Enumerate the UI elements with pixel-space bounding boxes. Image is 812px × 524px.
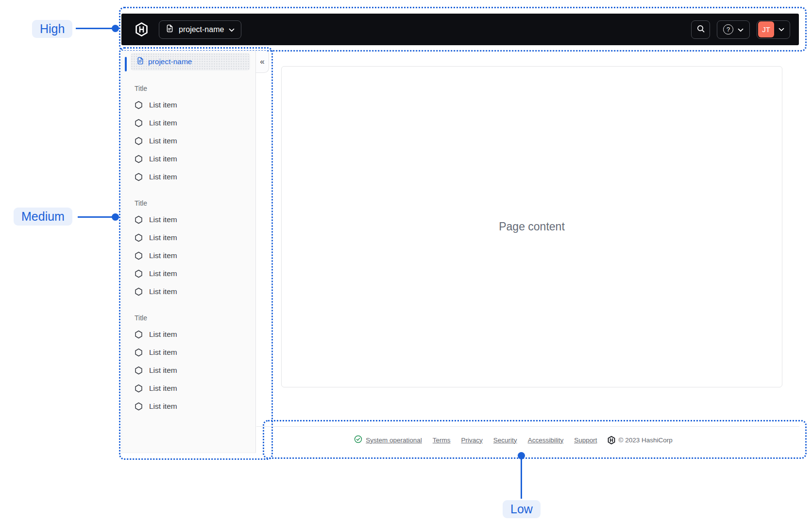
sidebar-item-label: List item — [149, 402, 177, 411]
sidebar-list-item[interactable]: List item — [122, 114, 255, 132]
high-connector-dot — [112, 25, 119, 32]
sidebar-item-label: List item — [149, 366, 177, 375]
high-connector-line — [76, 28, 115, 29]
collapse-icon: « — [260, 57, 264, 67]
hexagon-icon — [135, 137, 143, 145]
sidebar-list-item[interactable]: List item — [122, 379, 255, 397]
sidebar-item-label: List item — [149, 348, 177, 357]
sidebar-item-label: List item — [149, 269, 177, 278]
sidebar-item-label: List item — [149, 137, 177, 145]
sidebar-item-label: List item — [149, 251, 177, 260]
project-switcher-label: project-name — [179, 25, 224, 34]
sidebar-list-item[interactable]: List item — [122, 282, 255, 300]
sidebar-list-item[interactable]: List item — [122, 210, 255, 228]
hexagon-icon — [135, 233, 143, 242]
sidebar-item-label: List item — [149, 330, 177, 339]
footer-copyright: © 2023 HashiCorp — [608, 436, 672, 444]
sidebar-item-label: List item — [149, 173, 177, 181]
user-avatar: JT — [758, 21, 774, 37]
priority-label-high: High — [32, 20, 72, 38]
footer-link-accessibility[interactable]: Accessibility — [528, 437, 564, 444]
sidebar-list-item[interactable]: List item — [122, 168, 255, 186]
sidebar-section: Title List item List item List item List… — [122, 199, 255, 300]
system-status-label: System operational — [366, 437, 422, 444]
sidebar-item-label: List item — [149, 233, 177, 242]
sidebar-section-title: Title — [122, 199, 255, 208]
sidebar-list-item[interactable]: List item — [122, 325, 255, 343]
side-navigation: project-name Title List item List item L… — [121, 51, 256, 453]
search-button[interactable] — [691, 20, 710, 39]
sidebar-project-label: project-name — [148, 57, 192, 66]
low-connector-dot — [518, 452, 525, 459]
sidebar-list-item[interactable]: List item — [122, 132, 255, 150]
sidebar-collapse-button[interactable]: « — [256, 51, 269, 73]
sidebar-section: Title List item List item List item List… — [122, 314, 255, 415]
check-circle-icon — [354, 435, 362, 445]
medium-connector-dot — [112, 213, 119, 221]
active-indicator — [125, 57, 127, 71]
sidebar-section-title: Title — [122, 84, 255, 93]
low-connector-line — [521, 459, 522, 499]
main-content-area: Page content — [281, 66, 782, 387]
document-icon — [166, 24, 174, 35]
sidebar-item-label: List item — [149, 384, 177, 393]
sidebar-item-label: List item — [149, 101, 177, 109]
sidebar-list-item[interactable]: List item — [122, 343, 255, 361]
priority-label-low: Low — [503, 500, 541, 518]
hexagon-icon — [135, 215, 143, 224]
sidebar-list-item[interactable]: List item — [122, 96, 255, 114]
sidebar-section: Title List item List item List item List… — [122, 84, 255, 186]
search-icon — [696, 24, 705, 35]
hexagon-icon — [135, 251, 143, 260]
sidebar-section-title: Title — [122, 314, 255, 322]
hexagon-icon — [135, 155, 143, 163]
sidebar-item-label: List item — [149, 155, 177, 163]
chevron-down-icon — [774, 28, 789, 32]
medium-connector-line — [78, 216, 115, 218]
sidebar-list-item[interactable]: List item — [122, 264, 255, 282]
sidebar-item-label: List item — [149, 119, 177, 127]
sidebar-item-label: List item — [149, 215, 177, 224]
hexagon-icon — [135, 119, 143, 127]
hexagon-icon — [135, 173, 143, 181]
footer-link-terms[interactable]: Terms — [433, 437, 451, 444]
sidebar-list-item[interactable]: List item — [122, 397, 255, 415]
footer-link-security[interactable]: Security — [493, 437, 517, 444]
sidebar-list-item[interactable]: List item — [122, 228, 255, 246]
page: project-name ? JT — [0, 0, 812, 524]
top-navbar: project-name ? JT — [121, 14, 799, 45]
hexagon-icon — [135, 287, 143, 296]
help-icon: ? — [723, 24, 733, 35]
chevron-down-icon — [738, 25, 744, 34]
app-footer: System operational Terms Privacy Securit… — [256, 426, 799, 453]
hexagon-icon — [135, 101, 143, 109]
page-content-placeholder: Page content — [499, 220, 565, 233]
sidebar-sections: Title List item List item List item List… — [122, 71, 255, 415]
hexagon-icon — [135, 366, 143, 375]
sidebar-list-item[interactable]: List item — [122, 246, 255, 264]
sidebar-list-item[interactable]: List item — [122, 361, 255, 379]
account-menu-button[interactable]: JT — [757, 20, 790, 39]
hexagon-icon — [135, 330, 143, 339]
priority-label-medium: Medium — [14, 208, 72, 226]
project-switcher-button[interactable]: project-name — [159, 20, 241, 39]
hexagon-icon — [135, 269, 143, 278]
sidebar-project-header[interactable]: project-name — [131, 53, 250, 70]
hexagon-icon — [135, 348, 143, 357]
hashicorp-logo-icon — [135, 22, 148, 36]
help-menu-button[interactable]: ? — [717, 20, 750, 39]
sidebar-item-label: List item — [149, 287, 177, 296]
document-icon — [136, 57, 144, 67]
chevron-down-icon — [229, 25, 235, 34]
footer-links-row: System operational Terms Privacy Securit… — [354, 435, 672, 445]
sidebar-list-item[interactable]: List item — [122, 150, 255, 168]
hexagon-icon — [135, 384, 143, 393]
hashicorp-logo-icon — [608, 436, 615, 444]
copyright-text: © 2023 HashiCorp — [618, 437, 672, 444]
system-status-link[interactable]: System operational — [354, 435, 422, 445]
footer-link-privacy[interactable]: Privacy — [461, 437, 483, 444]
hexagon-icon — [135, 402, 143, 411]
footer-link-support[interactable]: Support — [574, 437, 597, 444]
